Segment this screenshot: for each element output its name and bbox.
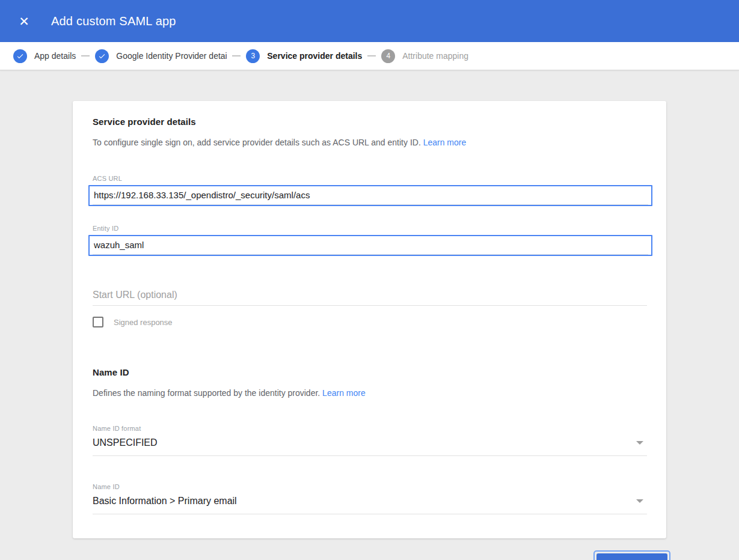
name-id-format-value: UNSPECIFIED	[93, 437, 158, 448]
step-complete-icon	[13, 49, 27, 63]
signed-response-checkbox[interactable]	[93, 317, 103, 327]
step-service-provider-details[interactable]: 3 Service provider details	[246, 49, 362, 63]
start-url-group	[93, 288, 647, 306]
check-icon	[16, 52, 24, 60]
step-label: Service provider details	[267, 51, 362, 61]
service-provider-card: Service provider details To configure si…	[73, 101, 666, 538]
acs-url-label: ACS URL	[93, 175, 648, 182]
description-text: To configure single sign on, add service…	[93, 138, 421, 147]
dropdown-arrow-icon	[636, 499, 643, 503]
step-attribute-mapping[interactable]: 4 Attribute mapping	[381, 49, 468, 63]
signed-response-row: Signed response	[93, 317, 648, 327]
continue-focus-ring: CONTINUE	[593, 550, 670, 560]
name-id-format-label: Name ID format	[93, 425, 647, 432]
step-google-idp-details[interactable]: Google Identity Provider details	[95, 49, 227, 63]
step-connector	[81, 55, 90, 56]
learn-more-link[interactable]: Learn more	[322, 388, 366, 398]
name-id-section: Name ID Defines the naming format suppor…	[93, 367, 648, 514]
signed-response-label: Signed response	[114, 318, 173, 327]
learn-more-link[interactable]: Learn more	[423, 138, 467, 147]
step-app-details[interactable]: App details	[13, 49, 76, 63]
wizard-stepper: App details Google Identity Provider det…	[0, 42, 739, 70]
name-id-label: Name ID	[93, 483, 647, 490]
step-label: Google Identity Provider details	[116, 51, 227, 61]
step-label: App details	[34, 51, 76, 61]
continue-button[interactable]: CONTINUE	[596, 553, 667, 560]
check-icon	[98, 52, 106, 60]
entity-id-input[interactable]	[93, 236, 648, 255]
step-label: Attribute mapping	[402, 51, 468, 61]
step-connector	[367, 55, 376, 56]
name-id-select[interactable]: Basic Information > Primary email	[93, 490, 647, 514]
step-number-circle: 3	[246, 49, 260, 63]
section-heading: Service provider details	[93, 117, 648, 127]
name-id-format-group: Name ID format UNSPECIFIED	[93, 425, 647, 456]
dialog-title: Add custom SAML app	[51, 14, 176, 28]
description-text: Defines the naming format supported by t…	[93, 388, 320, 398]
entity-id-focus-box	[88, 235, 652, 256]
dialog-header: ✕ Add custom SAML app	[0, 0, 739, 42]
step-complete-icon	[95, 49, 109, 63]
close-icon[interactable]: ✕	[13, 10, 35, 32]
step-number: 3	[251, 52, 255, 60]
name-id-heading: Name ID	[93, 367, 648, 377]
acs-url-input[interactable]	[93, 186, 648, 205]
dropdown-arrow-icon	[636, 441, 643, 445]
start-url-input[interactable]	[93, 288, 647, 306]
name-id-description: Defines the naming format supported by t…	[93, 388, 648, 398]
step-number: 4	[386, 52, 390, 60]
section-description: To configure single sign on, add service…	[93, 138, 648, 147]
acs-url-group: ACS URL	[93, 175, 648, 206]
name-id-group: Name ID Basic Information > Primary emai…	[93, 483, 647, 514]
entity-id-group: Entity ID	[93, 225, 648, 256]
name-id-format-select[interactable]: UNSPECIFIED	[93, 432, 647, 456]
entity-id-label: Entity ID	[93, 225, 648, 232]
step-connector	[232, 55, 241, 56]
step-number-circle: 4	[381, 49, 395, 63]
acs-url-focus-box	[88, 185, 652, 206]
name-id-value: Basic Information > Primary email	[93, 496, 237, 507]
wizard-footer: BACK CANCEL CONTINUE	[69, 550, 670, 560]
